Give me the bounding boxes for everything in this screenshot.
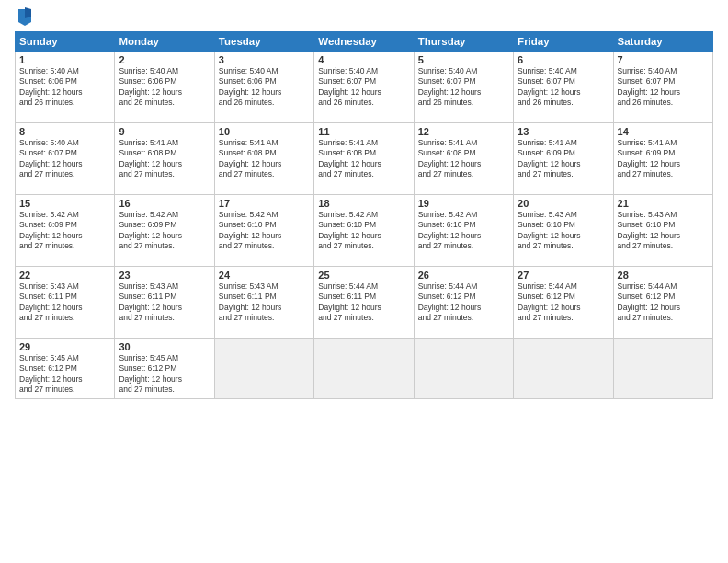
day-number: 13	[518, 126, 609, 137]
day-info: Sunrise: 5:40 AM Sunset: 6:06 PM Dayligh…	[219, 66, 310, 109]
calendar-cell: 9Sunrise: 5:41 AM Sunset: 6:08 PM Daylig…	[115, 123, 214, 195]
day-number: 2	[119, 54, 210, 65]
day-number: 29	[19, 341, 110, 352]
day-info: Sunrise: 5:42 AM Sunset: 6:09 PM Dayligh…	[119, 210, 210, 252]
calendar-cell: 11Sunrise: 5:41 AM Sunset: 6:08 PM Dayli…	[314, 123, 414, 195]
day-number: 24	[219, 270, 310, 281]
calendar-header-monday: Monday	[115, 32, 214, 52]
calendar-header-sunday: Sunday	[16, 32, 115, 52]
calendar-cell: 5Sunrise: 5:40 AM Sunset: 6:07 PM Daylig…	[414, 52, 513, 123]
day-info: Sunrise: 5:45 AM Sunset: 6:12 PM Dayligh…	[119, 353, 210, 396]
day-info: Sunrise: 5:44 AM Sunset: 6:12 PM Dayligh…	[518, 282, 609, 324]
calendar-week-row: 22Sunrise: 5:43 AM Sunset: 6:11 PM Dayli…	[16, 267, 713, 339]
day-number: 7	[618, 54, 709, 65]
calendar-cell: 7Sunrise: 5:40 AM Sunset: 6:07 PM Daylig…	[613, 52, 712, 123]
day-info: Sunrise: 5:43 AM Sunset: 6:10 PM Dayligh…	[518, 210, 609, 252]
day-info: Sunrise: 5:42 AM Sunset: 6:10 PM Dayligh…	[418, 210, 509, 252]
calendar-cell: 29Sunrise: 5:45 AM Sunset: 6:12 PM Dayli…	[16, 339, 115, 399]
day-info: Sunrise: 5:41 AM Sunset: 6:08 PM Dayligh…	[418, 138, 509, 180]
day-info: Sunrise: 5:41 AM Sunset: 6:09 PM Dayligh…	[518, 138, 609, 180]
day-number: 5	[418, 54, 509, 65]
day-number: 27	[518, 270, 609, 281]
calendar-cell: 10Sunrise: 5:41 AM Sunset: 6:08 PM Dayli…	[214, 123, 313, 195]
day-number: 22	[19, 270, 110, 281]
calendar-cell: 16Sunrise: 5:42 AM Sunset: 6:09 PM Dayli…	[115, 195, 214, 267]
calendar-cell: 2Sunrise: 5:40 AM Sunset: 6:06 PM Daylig…	[115, 52, 214, 123]
day-number: 11	[318, 126, 409, 137]
calendar-cell: 21Sunrise: 5:43 AM Sunset: 6:10 PM Dayli…	[613, 195, 712, 267]
calendar-table: SundayMondayTuesdayWednesdayThursdayFrid…	[15, 31, 713, 399]
day-number: 20	[518, 198, 609, 209]
calendar-header-thursday: Thursday	[414, 32, 513, 52]
day-info: Sunrise: 5:40 AM Sunset: 6:07 PM Dayligh…	[418, 66, 509, 109]
calendar-cell: 28Sunrise: 5:44 AM Sunset: 6:12 PM Dayli…	[613, 267, 712, 339]
day-info: Sunrise: 5:43 AM Sunset: 6:11 PM Dayligh…	[219, 282, 310, 324]
calendar-cell: 4Sunrise: 5:40 AM Sunset: 6:07 PM Daylig…	[314, 52, 414, 123]
day-info: Sunrise: 5:44 AM Sunset: 6:12 PM Dayligh…	[418, 282, 509, 324]
calendar-cell: 20Sunrise: 5:43 AM Sunset: 6:10 PM Dayli…	[514, 195, 613, 267]
logo	[15, 9, 33, 26]
calendar-cell: 14Sunrise: 5:41 AM Sunset: 6:09 PM Dayli…	[613, 123, 712, 195]
calendar-cell: 24Sunrise: 5:43 AM Sunset: 6:11 PM Dayli…	[214, 267, 313, 339]
calendar-cell	[314, 339, 414, 399]
calendar-cell: 27Sunrise: 5:44 AM Sunset: 6:12 PM Dayli…	[514, 267, 613, 339]
calendar-cell	[613, 339, 712, 399]
day-number: 3	[219, 54, 310, 65]
day-info: Sunrise: 5:42 AM Sunset: 6:09 PM Dayligh…	[19, 210, 110, 252]
day-info: Sunrise: 5:44 AM Sunset: 6:11 PM Dayligh…	[318, 282, 409, 324]
day-info: Sunrise: 5:42 AM Sunset: 6:10 PM Dayligh…	[219, 210, 310, 252]
day-info: Sunrise: 5:40 AM Sunset: 6:06 PM Dayligh…	[119, 66, 210, 109]
calendar-cell: 1Sunrise: 5:40 AM Sunset: 6:06 PM Daylig…	[16, 52, 115, 123]
day-number: 14	[618, 126, 709, 137]
day-number: 21	[618, 198, 709, 209]
day-info: Sunrise: 5:41 AM Sunset: 6:08 PM Dayligh…	[219, 138, 310, 180]
calendar-week-row: 15Sunrise: 5:42 AM Sunset: 6:09 PM Dayli…	[16, 195, 713, 267]
day-number: 10	[219, 126, 310, 137]
day-number: 1	[19, 54, 110, 65]
calendar-cell: 23Sunrise: 5:43 AM Sunset: 6:11 PM Dayli…	[115, 267, 214, 339]
day-number: 4	[318, 54, 409, 65]
calendar-cell: 13Sunrise: 5:41 AM Sunset: 6:09 PM Dayli…	[514, 123, 613, 195]
calendar-cell: 19Sunrise: 5:42 AM Sunset: 6:10 PM Dayli…	[414, 195, 513, 267]
calendar-cell: 30Sunrise: 5:45 AM Sunset: 6:12 PM Dayli…	[115, 339, 214, 399]
day-info: Sunrise: 5:43 AM Sunset: 6:10 PM Dayligh…	[618, 210, 709, 252]
calendar-week-row: 1Sunrise: 5:40 AM Sunset: 6:06 PM Daylig…	[16, 52, 713, 123]
day-number: 9	[119, 126, 210, 137]
day-info: Sunrise: 5:40 AM Sunset: 6:06 PM Dayligh…	[19, 66, 110, 109]
calendar-cell	[214, 339, 313, 399]
calendar-cell: 3Sunrise: 5:40 AM Sunset: 6:06 PM Daylig…	[214, 52, 313, 123]
calendar-header-tuesday: Tuesday	[214, 32, 313, 52]
day-number: 23	[119, 270, 210, 281]
day-number: 19	[418, 198, 509, 209]
calendar-cell: 26Sunrise: 5:44 AM Sunset: 6:12 PM Dayli…	[414, 267, 513, 339]
day-info: Sunrise: 5:41 AM Sunset: 6:08 PM Dayligh…	[318, 138, 409, 180]
day-info: Sunrise: 5:40 AM Sunset: 6:07 PM Dayligh…	[618, 66, 709, 109]
calendar-cell: 8Sunrise: 5:40 AM Sunset: 6:07 PM Daylig…	[16, 123, 115, 195]
day-info: Sunrise: 5:42 AM Sunset: 6:10 PM Dayligh…	[318, 210, 409, 252]
day-info: Sunrise: 5:43 AM Sunset: 6:11 PM Dayligh…	[119, 282, 210, 324]
calendar-week-row: 8Sunrise: 5:40 AM Sunset: 6:07 PM Daylig…	[16, 123, 713, 195]
calendar-cell	[414, 339, 513, 399]
calendar-cell: 17Sunrise: 5:42 AM Sunset: 6:10 PM Dayli…	[214, 195, 313, 267]
calendar-cell: 22Sunrise: 5:43 AM Sunset: 6:11 PM Dayli…	[16, 267, 115, 339]
day-info: Sunrise: 5:40 AM Sunset: 6:07 PM Dayligh…	[518, 66, 609, 109]
day-number: 12	[418, 126, 509, 137]
day-info: Sunrise: 5:44 AM Sunset: 6:12 PM Dayligh…	[618, 282, 709, 324]
day-number: 6	[518, 54, 609, 65]
calendar-header-wednesday: Wednesday	[314, 32, 414, 52]
svg-marker-1	[25, 7, 31, 18]
day-number: 25	[318, 270, 409, 281]
day-number: 26	[418, 270, 509, 281]
day-info: Sunrise: 5:41 AM Sunset: 6:09 PM Dayligh…	[618, 138, 709, 180]
calendar-cell: 12Sunrise: 5:41 AM Sunset: 6:08 PM Dayli…	[414, 123, 513, 195]
calendar-cell: 25Sunrise: 5:44 AM Sunset: 6:11 PM Dayli…	[314, 267, 414, 339]
day-info: Sunrise: 5:40 AM Sunset: 6:07 PM Dayligh…	[318, 66, 409, 109]
calendar-cell: 6Sunrise: 5:40 AM Sunset: 6:07 PM Daylig…	[514, 52, 613, 123]
day-info: Sunrise: 5:41 AM Sunset: 6:08 PM Dayligh…	[119, 138, 210, 180]
day-number: 17	[219, 198, 310, 209]
day-number: 28	[618, 270, 709, 281]
day-info: Sunrise: 5:40 AM Sunset: 6:07 PM Dayligh…	[19, 138, 110, 180]
calendar-header-saturday: Saturday	[613, 32, 712, 52]
day-number: 8	[19, 126, 110, 137]
day-info: Sunrise: 5:43 AM Sunset: 6:11 PM Dayligh…	[19, 282, 110, 324]
